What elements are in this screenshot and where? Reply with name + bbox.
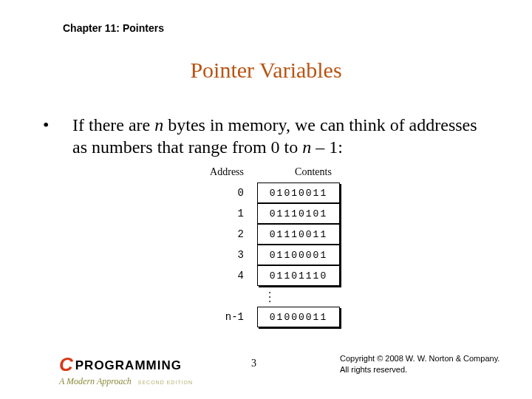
bullet-marker: • (58, 114, 72, 136)
memory-row: 3 01100001 (192, 245, 369, 265)
memory-address: 0 (192, 187, 257, 199)
memory-contents: 01110011 (257, 224, 340, 245)
diagram-header-address: Address (192, 166, 257, 178)
copyright: Copyright © 2008 W. W. Norton & Company.… (340, 353, 499, 375)
bullet-text: •If there are n bytes in memory, we can … (58, 114, 488, 158)
memory-contents: 01010011 (257, 183, 340, 203)
memory-row: 4 01101110 (192, 265, 369, 286)
bullet-n2: n (302, 137, 311, 157)
memory-row: 1 01110101 (192, 203, 369, 224)
memory-row: 0 01010011 (192, 183, 369, 203)
memory-row: n-1 01000011 (192, 307, 369, 327)
memory-address: 2 (192, 228, 257, 240)
slide-title: Pointer Variables (0, 58, 532, 83)
bullet-pre: If there are (72, 115, 154, 134)
book-logo: CPROGRAMMING A Modern Approach SECOND ED… (59, 353, 193, 387)
memory-diagram: Address Contents 0 01010011 1 01110101 2… (192, 166, 369, 327)
memory-row: 2 01110011 (192, 224, 369, 245)
memory-contents: 01110101 (257, 203, 340, 224)
copyright-line1: Copyright © 2008 W. W. Norton & Company. (340, 353, 499, 364)
bullet-n1: n (154, 115, 163, 134)
logo-text: PROGRAMMING (75, 358, 182, 372)
memory-contents: 01100001 (257, 245, 340, 265)
logo-c: C (59, 353, 74, 375)
copyright-line2: All rights reserved. (340, 364, 499, 375)
memory-address: 3 (192, 249, 257, 261)
memory-address: n-1 (192, 311, 257, 323)
bullet-post: – 1: (311, 137, 343, 157)
page-number: 3 (251, 358, 256, 369)
memory-address: 4 (192, 270, 257, 282)
memory-contents: 01000011 (257, 307, 340, 327)
memory-address: 1 (192, 208, 257, 219)
logo-subtitle: A Modern Approach (59, 376, 132, 386)
diagram-header-contents: Contents (257, 166, 369, 178)
logo-edition: SECOND EDITION (138, 380, 193, 385)
ellipsis-icon: ... (244, 286, 296, 307)
chapter-label: Chapter 11: Pointers (63, 22, 164, 34)
memory-contents: 01101110 (257, 265, 340, 286)
footer: CPROGRAMMING A Modern Approach SECOND ED… (59, 352, 502, 389)
